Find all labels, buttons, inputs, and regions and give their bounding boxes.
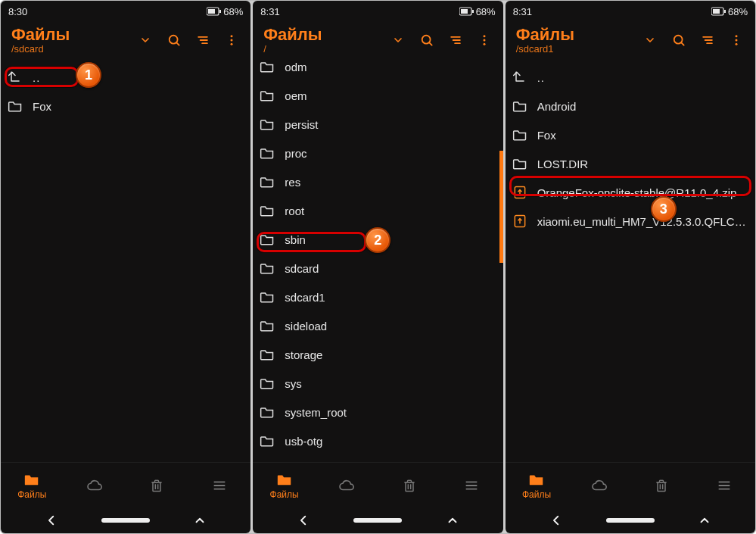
folder-fill-icon (23, 471, 41, 488)
svg-rect-11 (153, 482, 160, 491)
list-item[interactable]: proc (253, 139, 502, 167)
bottom-tab-menu[interactable] (440, 463, 503, 507)
screen: 8:30 68% Файлы /sdcard .. Fox Файлы (1, 1, 250, 533)
path-dropdown-icon[interactable] (385, 25, 411, 55)
battery-icon (207, 7, 222, 16)
list-item[interactable]: sdcard (253, 254, 502, 283)
bottom-tab-menu[interactable] (188, 463, 251, 507)
parent-dir-row[interactable]: .. (506, 63, 755, 92)
item-label: Fox (33, 100, 241, 113)
bottom-tab-files[interactable]: Файлы (253, 463, 316, 507)
nav-back-button[interactable] (36, 514, 67, 527)
bottom-tab-trash[interactable] (378, 463, 440, 507)
bottom-tab-trash[interactable] (630, 463, 693, 507)
folder-icon (259, 145, 275, 161)
menu-icon (462, 477, 481, 494)
list-item[interactable]: sideload (253, 311, 502, 340)
bottom-tab-menu[interactable] (692, 463, 755, 507)
path-dropdown-icon[interactable] (132, 25, 158, 55)
more-button[interactable] (723, 25, 749, 55)
list-item[interactable]: Fox (506, 120, 755, 149)
svg-rect-1 (208, 9, 215, 14)
folder-fill-icon (527, 471, 546, 488)
list-item[interactable]: odm (253, 52, 502, 81)
sort-button[interactable] (190, 25, 216, 55)
item-label: LOST.DIR (537, 158, 746, 170)
svg-rect-37 (713, 9, 720, 14)
list-item[interactable]: OrangeFox-onclite-stable@R11.0_4.zip (506, 178, 755, 207)
path-label: /sdcard1 (516, 44, 634, 55)
folder-icon (259, 289, 275, 305)
svg-point-10 (231, 43, 233, 45)
more-button[interactable] (471, 25, 497, 55)
list-item[interactable]: Fox (1, 92, 250, 120)
list-item[interactable]: LOST.DIR (506, 149, 755, 178)
screen: 8:31 68% Файлы / odm oem persist proc re… (253, 1, 502, 533)
list-item[interactable]: storage (253, 340, 502, 369)
list-item[interactable]: root (253, 196, 502, 225)
bottom-tab-label: Файлы (17, 489, 46, 500)
status-bar: 8:30 68% (1, 1, 250, 22)
trash-icon (400, 477, 418, 494)
item-label: xiaomi.eu_multi_HM7_V12.5.3.0.QFLCNXM_v1… (537, 215, 746, 228)
cloud-icon (86, 477, 104, 494)
search-button[interactable] (414, 25, 440, 55)
list-item[interactable]: system_root (253, 398, 502, 426)
sort-button[interactable] (443, 25, 468, 55)
bottom-tab-cloud[interactable] (64, 463, 126, 507)
title-block[interactable]: Файлы /sdcard1 (516, 26, 634, 55)
svg-rect-20 (472, 10, 474, 13)
file-list[interactable]: .. Fox (1, 63, 250, 462)
list-item[interactable]: sys (253, 369, 502, 398)
nav-back-button[interactable] (288, 514, 319, 527)
nav-home-button[interactable] (606, 518, 655, 523)
list-item[interactable]: vendor (253, 455, 502, 462)
item-label: .. (33, 71, 241, 84)
nav-recents-button[interactable] (689, 514, 720, 527)
header: Файлы /sdcard (1, 22, 250, 63)
nav-home-button[interactable] (353, 518, 402, 523)
nav-recents-button[interactable] (437, 514, 468, 527)
item-label: storage (285, 348, 493, 361)
nav-recents-button[interactable] (185, 514, 215, 527)
nav-back-button[interactable] (541, 514, 571, 527)
list-item[interactable]: oem (253, 81, 502, 110)
parent-dir-row[interactable]: .. (1, 63, 250, 92)
title-block[interactable]: Файлы /sdcard (11, 26, 129, 55)
item-label: odm (285, 61, 493, 73)
up-icon (7, 69, 23, 86)
folder-icon (259, 433, 275, 449)
svg-line-4 (177, 42, 179, 45)
item-label: Fox (537, 129, 746, 142)
sort-button[interactable] (695, 25, 720, 55)
status-time: 8:31 (513, 6, 532, 17)
list-item[interactable]: Android (506, 92, 755, 120)
bottom-tab-files[interactable]: Файлы (1, 463, 64, 507)
bottom-tab-trash[interactable] (126, 463, 188, 507)
file-list[interactable]: .. Android Fox LOST.DIR OrangeFox-onclit… (506, 63, 755, 462)
list-item[interactable]: persist (253, 110, 502, 139)
nav-home-button[interactable] (101, 518, 150, 523)
bottom-nav: Файлы (253, 462, 502, 507)
bottom-tab-cloud[interactable] (568, 463, 630, 507)
search-button[interactable] (161, 25, 187, 55)
list-item[interactable]: usb-otg (253, 426, 502, 455)
list-item[interactable]: res (253, 167, 502, 196)
search-button[interactable] (666, 25, 692, 55)
more-button[interactable] (219, 25, 244, 55)
menu-icon (715, 477, 733, 494)
bottom-tab-cloud[interactable] (316, 463, 378, 507)
title-block[interactable]: Файлы / (263, 26, 381, 55)
list-item[interactable]: sdcard1 (253, 283, 502, 311)
path-dropdown-icon[interactable] (637, 25, 663, 55)
cloud-icon (590, 477, 608, 494)
svg-point-8 (231, 35, 233, 37)
file-list[interactable]: odm oem persist proc res root sbin sdcar… (253, 52, 502, 462)
screen: 8:31 68% Файлы /sdcard1 .. Android Fox L… (506, 1, 755, 533)
svg-point-28 (483, 43, 485, 45)
item-label: root (285, 205, 493, 217)
bottom-tab-files[interactable]: Файлы (506, 463, 568, 507)
battery-pct: 68% (223, 6, 243, 17)
folder-icon (512, 126, 528, 143)
list-item[interactable]: xiaomi.eu_multi_HM7_V12.5.3.0.QFLCNXM_v1… (506, 207, 755, 236)
